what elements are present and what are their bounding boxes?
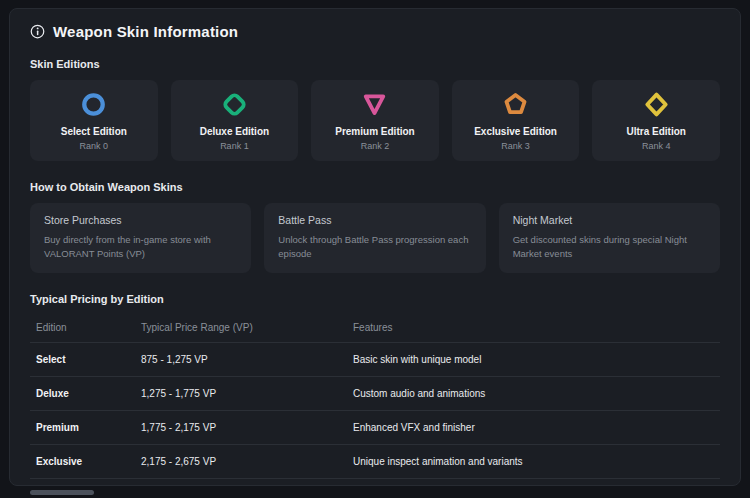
table-row-deluxe: Deluxe 1,275 - 1,775 VP Custom audio and…: [30, 376, 720, 410]
table-row-premium: Premium 1,775 - 2,175 VP Enhanced VFX an…: [30, 410, 720, 444]
obtain-card-battle-pass: Battle Pass Unlock through Battle Pass p…: [264, 203, 485, 273]
pricing-table-header-row: Edition Typical Price Range (VP) Feature…: [30, 315, 720, 343]
obtain-card-title: Night Market: [513, 214, 706, 226]
edition-rank: Rank 0: [80, 141, 109, 151]
scrollbar-thumb[interactable]: [30, 490, 94, 495]
obtain-card-description: Unlock through Battle Pass progression e…: [278, 233, 471, 261]
column-header-features: Features: [347, 315, 720, 343]
table-row-exclusive: Exclusive 2,175 - 2,675 VP Unique inspec…: [30, 444, 720, 478]
weapon-skin-info-panel: Weapon Skin Information Skin Editions Se…: [9, 8, 741, 486]
premium-edition-triangle-icon: [361, 91, 388, 118]
obtain-card-description: Buy directly from the in-game store with…: [44, 233, 237, 261]
horizontal-scrollbar[interactable]: [9, 489, 741, 496]
edition-card-select: Select Edition Rank 0: [30, 80, 158, 161]
cell-price: 2,675+ VP: [135, 478, 347, 486]
cell-features: Custom audio and animations: [347, 376, 720, 410]
cell-price: 1,275 - 1,775 VP: [135, 376, 347, 410]
cell-edition: Premium: [30, 410, 135, 444]
exclusive-edition-pentagon-icon: [502, 91, 529, 118]
table-row-ultra: Ultra 2,675+ VP Premium effects, evolvin…: [30, 478, 720, 486]
section-title-pricing: Typical Pricing by Edition: [30, 293, 720, 305]
edition-card-exclusive: Exclusive Edition Rank 3: [452, 80, 580, 161]
panel-header: Weapon Skin Information: [30, 23, 720, 40]
obtain-card-title: Store Purchases: [44, 214, 237, 226]
obtain-card-store-purchases: Store Purchases Buy directly from the in…: [30, 203, 251, 273]
page-title: Weapon Skin Information: [53, 23, 238, 40]
obtain-card-night-market: Night Market Get discounted skins during…: [499, 203, 720, 273]
pricing-table: Edition Typical Price Range (VP) Feature…: [30, 315, 720, 486]
cell-price: 875 - 1,275 VP: [135, 342, 347, 376]
deluxe-edition-square-icon: [221, 91, 248, 118]
table-row-select: Select 875 - 1,275 VP Basic skin with un…: [30, 342, 720, 376]
edition-rank: Rank 4: [642, 141, 671, 151]
edition-card-premium: Premium Edition Rank 2: [311, 80, 439, 161]
cell-features: Unique inspect animation and variants: [347, 444, 720, 478]
edition-name: Deluxe Edition: [200, 126, 269, 137]
edition-rank: Rank 1: [220, 141, 249, 151]
column-header-price: Typical Price Range (VP): [135, 315, 347, 343]
edition-card-deluxe: Deluxe Edition Rank 1: [171, 80, 299, 161]
cell-price: 2,175 - 2,675 VP: [135, 444, 347, 478]
section-title-skin-editions: Skin Editions: [30, 58, 720, 70]
cell-features: Premium effects, evolving upgrades, kill…: [347, 478, 720, 486]
select-edition-circle-icon: [80, 91, 107, 118]
edition-name: Exclusive Edition: [474, 126, 557, 137]
cell-edition: Deluxe: [30, 376, 135, 410]
cell-features: Basic skin with unique model: [347, 342, 720, 376]
cell-edition: Exclusive: [30, 444, 135, 478]
edition-name: Select Edition: [61, 126, 127, 137]
edition-name: Ultra Edition: [626, 126, 685, 137]
section-title-how-to-obtain: How to Obtain Weapon Skins: [30, 181, 720, 193]
ultra-edition-diamond-icon: [643, 91, 670, 118]
obtain-card-title: Battle Pass: [278, 214, 471, 226]
edition-rank: Rank 3: [501, 141, 530, 151]
edition-card-row: Select Edition Rank 0 Deluxe Edition Ran…: [30, 80, 720, 161]
cell-edition: Ultra: [30, 478, 135, 486]
edition-rank: Rank 2: [361, 141, 390, 151]
column-header-edition: Edition: [30, 315, 135, 343]
obtain-card-row: Store Purchases Buy directly from the in…: [30, 203, 720, 273]
cell-price: 1,775 - 2,175 VP: [135, 410, 347, 444]
cell-features: Enhanced VFX and finisher: [347, 410, 720, 444]
edition-name: Premium Edition: [335, 126, 414, 137]
obtain-card-description: Get discounted skins during special Nigh…: [513, 233, 706, 261]
edition-card-ultra: Ultra Edition Rank 4: [592, 80, 720, 161]
info-icon: [30, 24, 45, 39]
cell-edition: Select: [30, 342, 135, 376]
